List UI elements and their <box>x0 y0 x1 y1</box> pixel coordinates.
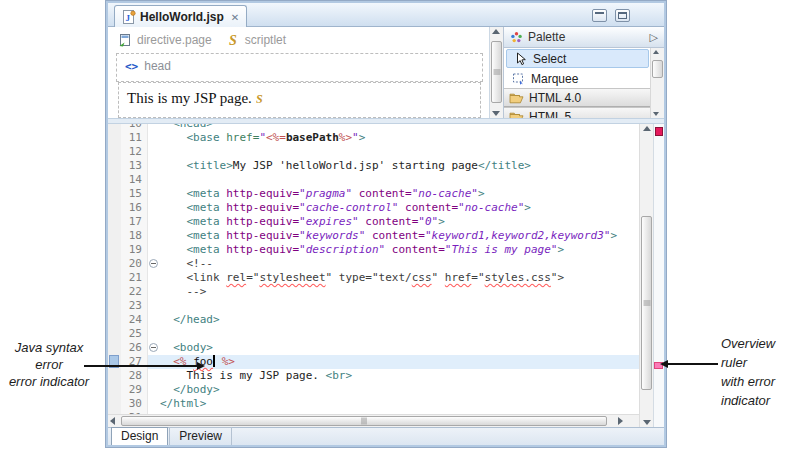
overview-ruler[interactable] <box>653 124 664 427</box>
code-text: <link rel="stylesheet" type="text/css" h… <box>160 271 564 285</box>
code-line-16[interactable]: 16 <meta http-equiv="cache-control" cont… <box>108 201 639 215</box>
scroll-down-icon[interactable] <box>653 112 659 116</box>
palette-drawer-html5[interactable]: HTML 5 <box>504 107 651 118</box>
line-number: 18 <box>121 229 148 243</box>
code-line-28[interactable]: 28 This is my JSP page. <br> <box>108 369 639 383</box>
annotation-text: Java syntax error <box>0 339 98 373</box>
scrollbar-thumb[interactable] <box>121 416 607 426</box>
line-number: 21 <box>121 271 148 285</box>
palette-items: SelectMarqueeHTML 4.0HTML 5 <box>504 48 651 118</box>
page-tab-preview[interactable]: Preview <box>169 427 232 445</box>
annotation-ruler-cell <box>108 215 121 229</box>
code-line-18[interactable]: 18 <meta http-equiv="keywords" content="… <box>108 229 639 243</box>
code-line-23[interactable]: 23 <box>108 299 639 313</box>
breadcrumb-item[interactable]: Sscriptlet <box>228 33 286 47</box>
code-line-12[interactable]: 12 <box>108 145 639 159</box>
svg-text:S: S <box>256 92 263 105</box>
scroll-left-icon[interactable] <box>110 417 115 425</box>
fold-column <box>148 257 160 271</box>
palette-title: Palette <box>528 30 645 44</box>
code-line-24[interactable]: 24 </head> <box>108 313 639 327</box>
scroll-down-icon[interactable] <box>643 420 651 425</box>
code-text: <meta http-equiv="expires" content="0"> <box>160 215 445 229</box>
palette-header[interactable]: Palette ▷ <box>504 27 664 48</box>
code-line-25[interactable]: 25 <box>108 327 639 341</box>
code-text: --> <box>160 285 206 299</box>
code-text: <head> <box>160 124 213 131</box>
code-text: <!-- <box>160 257 213 271</box>
vertical-scrollbar[interactable] <box>639 124 653 427</box>
code-text: <base href="<%=basePath%>"> <box>160 131 365 145</box>
code-line-19[interactable]: 19 <meta http-equiv="description" conten… <box>108 243 639 257</box>
fold-collapse-icon[interactable] <box>149 259 158 268</box>
code-line-17[interactable]: 17 <meta http-equiv="expires" content="0… <box>108 215 639 229</box>
code-line-26[interactable]: 26 <body> <box>108 341 639 355</box>
scriptlet-mini-icon: S <box>256 92 266 105</box>
palette-scrollbar[interactable] <box>650 48 664 118</box>
tab-helloworld-jsp[interactable]: J HelloWorld.jsp ✕ <box>114 5 247 28</box>
palette-icon <box>510 31 523 44</box>
marquee-icon <box>512 72 525 85</box>
scroll-right-icon[interactable] <box>618 417 623 425</box>
code-line-21[interactable]: 21 <link rel="stylesheet" type="text/css… <box>108 271 639 285</box>
code-text: <meta http-equiv="keywords" content="key… <box>160 229 617 243</box>
palette-tool-label: Select <box>533 52 566 66</box>
code-line-15[interactable]: 15 <meta http-equiv="pragma" content="no… <box>108 187 639 201</box>
annotation-ruler-cell <box>108 285 121 299</box>
code-text: <meta http-equiv="pragma" content="no-ca… <box>160 187 485 201</box>
fold-column <box>148 243 160 257</box>
folder-icon <box>509 111 524 119</box>
code-line-14[interactable]: 14 <box>108 173 639 187</box>
annotation-ruler-cell <box>108 173 121 187</box>
annotation-text: Overview ruler <box>721 334 800 372</box>
code-text: </head> <box>160 313 220 327</box>
line-number: 29 <box>121 383 148 397</box>
design-vertical-scrollbar[interactable] <box>489 27 504 118</box>
close-icon[interactable]: ✕ <box>231 12 239 23</box>
fold-column <box>148 285 160 299</box>
design-head-box[interactable]: <> head <box>116 53 483 82</box>
annotation-ruler-cell <box>108 243 121 257</box>
fold-column <box>148 383 160 397</box>
code-line-30[interactable]: 30</html> <box>108 397 639 411</box>
palette-expand-icon[interactable]: ▷ <box>650 31 658 44</box>
minimize-button[interactable] <box>592 9 607 22</box>
annotation-ruler-cell <box>108 327 121 341</box>
code-line-22[interactable]: 22 --> <box>108 285 639 299</box>
palette-drawer-html40[interactable]: HTML 4.0 <box>504 88 651 107</box>
overview-error-header-icon[interactable] <box>655 127 663 136</box>
annotation-text: with error <box>721 372 800 391</box>
design-view[interactable]: directive.pageSscriptlet <> head This is… <box>108 27 489 118</box>
design-body-box[interactable]: This is my JSP page. S <box>118 82 481 118</box>
code-line-11[interactable]: 11 <base href="<%=basePath%>"> <box>108 131 639 145</box>
scroll-up-icon[interactable] <box>643 126 651 131</box>
scrollbar-thumb[interactable] <box>652 60 663 78</box>
scrollbar-thumb[interactable] <box>491 41 502 103</box>
horizontal-scrollbar[interactable] <box>108 414 639 427</box>
scroll-up-icon[interactable] <box>492 29 500 34</box>
palette-tool-marquee[interactable]: Marquee <box>504 69 651 88</box>
code-viewport[interactable]: 10 <head>11 <base href="<%=basePath%>">1… <box>108 124 639 414</box>
fold-column <box>148 159 160 173</box>
scroll-up-icon[interactable] <box>653 50 659 54</box>
breadcrumb-item[interactable]: directive.page <box>118 33 212 47</box>
code-line-13[interactable]: 13 <title>My JSP 'helloWorld.jsp' starti… <box>108 159 639 173</box>
page-tab-design[interactable]: Design <box>111 427 168 445</box>
code-line-20[interactable]: 20 <!-- <box>108 257 639 271</box>
scrollbar-thumb[interactable] <box>641 216 652 390</box>
code-line-29[interactable]: 29 </body> <box>108 383 639 397</box>
right-arrowhead-icon <box>660 360 668 368</box>
code-line-10[interactable]: 10 <head> <box>108 124 639 131</box>
annotation-text: indicator <box>721 391 800 410</box>
line-number: 20 <box>121 257 148 271</box>
fold-collapse-icon[interactable] <box>149 343 158 352</box>
scroll-down-icon[interactable] <box>492 111 500 116</box>
line-number: 15 <box>121 187 148 201</box>
maximize-button[interactable] <box>615 9 630 22</box>
left-annotation-arrow <box>84 365 198 367</box>
palette-tool-select[interactable]: Select <box>506 49 649 68</box>
svg-text:J: J <box>126 13 131 23</box>
folder-icon <box>509 92 524 104</box>
line-number: 19 <box>121 243 148 257</box>
palette-drawer-label: HTML 5 <box>529 110 571 119</box>
